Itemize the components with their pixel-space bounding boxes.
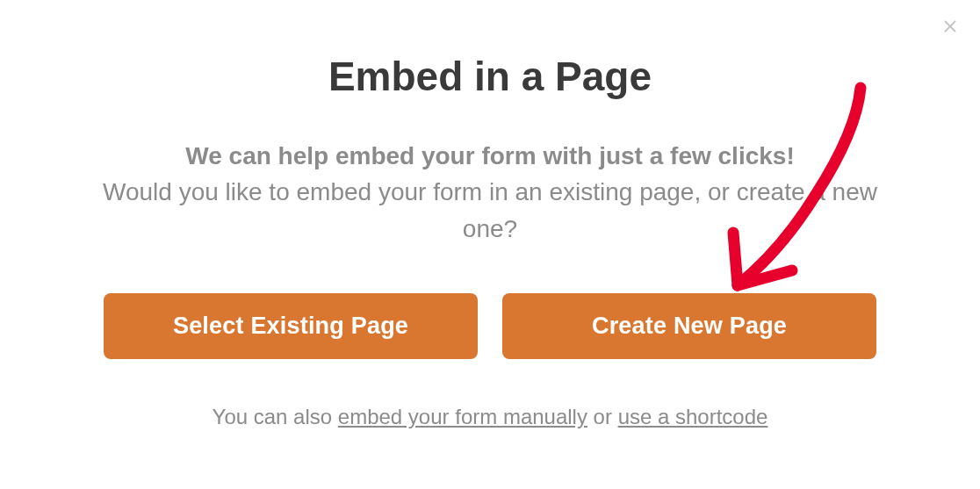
modal-description-bold: We can help embed your form with just a … (79, 142, 901, 170)
close-icon[interactable] (940, 16, 961, 37)
select-existing-page-button[interactable]: Select Existing Page (104, 293, 478, 359)
button-row: Select Existing Page Create New Page (79, 293, 901, 359)
modal-title: Embed in a Page (79, 53, 901, 100)
footer-prefix: You can also (213, 405, 338, 428)
create-new-page-button[interactable]: Create New Page (502, 293, 876, 359)
embed-modal: Embed in a Page We can help embed your f… (0, 0, 980, 489)
modal-description: Would you like to embed your form in an … (79, 174, 901, 248)
use-shortcode-link[interactable]: use a shortcode (618, 405, 768, 428)
footer-middle: or (587, 405, 618, 428)
embed-manually-link[interactable]: embed your form manually (338, 405, 587, 428)
footer-text: You can also embed your form manually or… (79, 405, 901, 429)
